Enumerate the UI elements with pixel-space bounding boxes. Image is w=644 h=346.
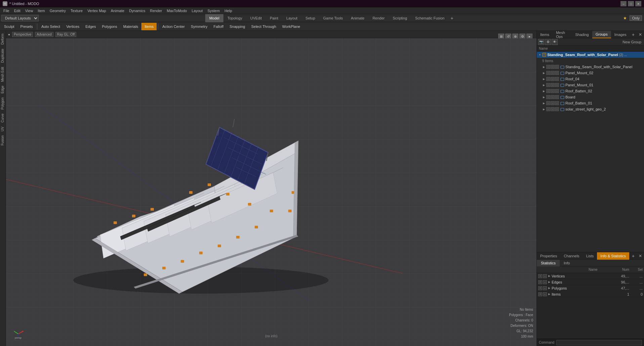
vis-icon-5c[interactable]: · bbox=[555, 89, 559, 93]
advanced-button[interactable]: Advanced bbox=[35, 32, 53, 37]
tree-item-3[interactable]: ▶ · · · Roof_04 bbox=[537, 76, 644, 82]
polygons-button[interactable]: Polygons bbox=[99, 23, 120, 30]
right-tab-shading[interactable]: Shading bbox=[572, 31, 592, 38]
menu-render[interactable]: Render bbox=[148, 8, 164, 13]
items-button[interactable]: Items bbox=[141, 23, 157, 30]
vis-icon-6a[interactable]: · bbox=[546, 95, 550, 99]
vis-icon-2c[interactable]: · bbox=[555, 71, 559, 75]
stats-btn-polygons-add[interactable]: + bbox=[538, 286, 542, 290]
bottom-tab-properties[interactable]: Properties bbox=[537, 252, 560, 260]
vis-icon-7c[interactable]: · bbox=[555, 101, 559, 105]
sculpt-button[interactable]: Sculpt bbox=[1, 23, 17, 30]
tree-expand-1[interactable]: ▶ bbox=[542, 65, 546, 69]
vis-icon-7a[interactable]: · bbox=[546, 101, 550, 105]
bottom-tab-info-stats[interactable]: Info & Statistics bbox=[597, 252, 629, 260]
tab-setup[interactable]: Setup bbox=[301, 14, 319, 22]
vis-icon-8b[interactable]: · bbox=[551, 107, 555, 111]
menu-animate[interactable]: Animate bbox=[109, 8, 126, 13]
tree-item-5[interactable]: ▶ · · · Roof_Batten_02 bbox=[537, 88, 644, 94]
right-tab-items[interactable]: Items bbox=[537, 31, 553, 38]
materials-button[interactable]: Materials bbox=[121, 23, 141, 30]
vis-icon-6b[interactable]: · bbox=[551, 95, 555, 99]
symmetry-button[interactable]: Symmetry bbox=[188, 23, 210, 30]
right-tab-images[interactable]: Images bbox=[611, 31, 630, 38]
right-panel-close[interactable]: ✕ bbox=[637, 32, 644, 38]
only-button[interactable]: Only bbox=[630, 15, 642, 21]
rt-btn-vis[interactable]: 👁 bbox=[552, 39, 558, 45]
vis-icon-1b[interactable]: · bbox=[551, 65, 555, 69]
new-group-label[interactable]: New Group bbox=[621, 40, 643, 44]
command-input[interactable] bbox=[556, 340, 642, 345]
vis-icon-3c[interactable]: · bbox=[555, 77, 559, 81]
tab-topology[interactable]: Topology bbox=[223, 14, 246, 22]
menu-file[interactable]: File bbox=[1, 8, 11, 13]
vis-icon-1a[interactable]: · bbox=[546, 65, 550, 69]
vis-icon-1c[interactable]: · bbox=[555, 65, 559, 69]
vis-icon-5b[interactable]: · bbox=[551, 89, 555, 93]
tree-item-root[interactable]: ▼ Standing_Seam_Roof_with_Solar_Panel (2… bbox=[537, 52, 644, 58]
sidebar-item-edge[interactable]: Edge bbox=[0, 84, 6, 95]
tree-expand-6[interactable]: ▶ bbox=[542, 95, 546, 99]
vis-icon-2a[interactable]: · bbox=[546, 71, 550, 75]
vis-icon-4a[interactable]: · bbox=[546, 83, 550, 87]
sidebar-item-polygon[interactable]: Polygon bbox=[0, 95, 6, 112]
window-controls[interactable]: – □ ✕ bbox=[620, 1, 641, 6]
tree-expand-5[interactable]: ▶ bbox=[542, 89, 546, 93]
tree-expand-8[interactable]: ▶ bbox=[542, 107, 546, 111]
menu-geometry[interactable]: Geometry bbox=[48, 8, 68, 13]
tab-render[interactable]: Render bbox=[369, 14, 389, 22]
auto-select-button[interactable]: Auto Select bbox=[39, 23, 63, 30]
tab-animate[interactable]: Animate bbox=[347, 14, 369, 22]
right-tab-groups[interactable]: Groups bbox=[592, 31, 611, 38]
vis-icon-4b[interactable]: · bbox=[551, 83, 555, 87]
bottom-tab-channels[interactable]: Channels bbox=[560, 252, 583, 260]
stats-btn-edges-add[interactable]: + bbox=[538, 280, 542, 284]
edges-button[interactable]: Edges bbox=[83, 23, 98, 30]
stats-btn-items-add[interactable]: + bbox=[538, 292, 542, 296]
sidebar-item-uv[interactable]: UV bbox=[0, 125, 6, 133]
menu-item[interactable]: Item bbox=[36, 8, 47, 13]
workplane-button[interactable]: WorkPlane bbox=[280, 23, 303, 30]
tab-uvedit[interactable]: UVEdit bbox=[246, 14, 266, 22]
vis-icon-3a[interactable]: · bbox=[546, 77, 550, 81]
menu-maxtomodo[interactable]: MaxToModo bbox=[165, 8, 189, 13]
menu-dynamics[interactable]: Dynamics bbox=[127, 8, 147, 13]
falloff-button[interactable]: Falloff bbox=[211, 23, 226, 30]
tree-item-1[interactable]: ▶ · · · Standing_Seam_Roof_with_Solar_Pa… bbox=[537, 64, 644, 70]
tree-expand-4[interactable]: ▶ bbox=[542, 83, 546, 87]
menu-layout[interactable]: Layout bbox=[189, 8, 205, 13]
right-tab-mesh-ops[interactable]: Mesh Ops bbox=[553, 31, 572, 38]
add-tab-button[interactable]: + bbox=[448, 15, 455, 21]
vis-icon-3b[interactable]: · bbox=[551, 77, 555, 81]
menu-help[interactable]: Help bbox=[222, 8, 234, 13]
tree-item-2[interactable]: ▶ · · · Panel_Mount_02 bbox=[537, 70, 644, 76]
tree-expand-7[interactable]: ▶ bbox=[542, 101, 546, 105]
tree-item-4[interactable]: ▶ · · · Panel_Mount_01 bbox=[537, 82, 644, 88]
sidebar-item-mesh-edit[interactable]: Mesh Edit bbox=[0, 65, 6, 84]
sidebar-item-duplicate[interactable]: Duplicate bbox=[0, 47, 6, 65]
stats-sub-tab-info[interactable]: Info bbox=[560, 260, 574, 266]
minimize-button[interactable]: – bbox=[620, 1, 627, 6]
ray-gl-button[interactable]: Ray GL: Off bbox=[55, 32, 77, 37]
vis-icon-5a[interactable]: · bbox=[546, 89, 550, 93]
bottom-tab-add[interactable]: + bbox=[630, 253, 637, 259]
vis-icon-2b[interactable]: · bbox=[551, 71, 555, 75]
right-tab-add[interactable]: + bbox=[630, 31, 637, 38]
close-button[interactable]: ✕ bbox=[635, 1, 641, 6]
tree-expand-2[interactable]: ▶ bbox=[542, 71, 546, 75]
vis-icon-6c[interactable]: · bbox=[555, 95, 559, 99]
maximize-button[interactable]: □ bbox=[628, 1, 634, 6]
stats-btn-polygons-remove[interactable]: – bbox=[543, 286, 547, 290]
rt-btn-filter[interactable]: ⚙ bbox=[545, 39, 551, 45]
tree-expand-3[interactable]: ▶ bbox=[542, 77, 546, 81]
vis-icon-7b[interactable]: · bbox=[551, 101, 555, 105]
tree-item-8[interactable]: ▶ · · · solar_street_light_geo_2 bbox=[537, 106, 644, 112]
sidebar-item-deform[interactable]: Deform bbox=[0, 32, 6, 47]
tree-item-7[interactable]: ▶ · · · Roof_Batten_01 bbox=[537, 100, 644, 106]
stats-btn-edges-remove[interactable]: – bbox=[543, 280, 547, 284]
tab-scripting[interactable]: Scripting bbox=[389, 14, 411, 22]
stats-btn-vertices-remove[interactable]: – bbox=[543, 274, 547, 278]
action-center-button[interactable]: Action Center bbox=[160, 23, 187, 30]
tab-layout[interactable]: Layout bbox=[282, 14, 301, 22]
stats-btn-vertices-add[interactable]: + bbox=[538, 274, 542, 278]
